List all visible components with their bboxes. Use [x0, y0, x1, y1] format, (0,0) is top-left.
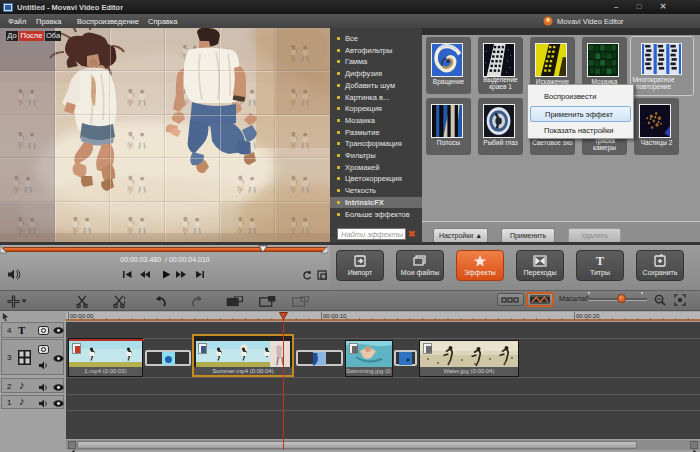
svg-text:T: T — [596, 254, 604, 268]
svg-text:00:00:10: 00:00:10 — [323, 313, 347, 319]
svg-text:00:00:00: 00:00:00 — [70, 313, 94, 319]
svg-text:00:00:20: 00:00:20 — [576, 313, 600, 319]
